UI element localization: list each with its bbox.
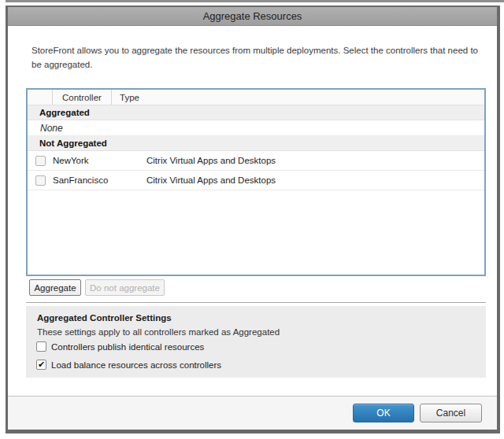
settings-title: Aggregated Controller Settings: [37, 313, 172, 323]
group-row-aggregated: Aggregated: [28, 105, 484, 120]
table-header-checkbox-column: [28, 90, 53, 105]
controllers-table: Controller Type Aggregated None Not Aggr…: [26, 88, 486, 276]
identical-resources-option[interactable]: Controllers publish identical resources: [36, 341, 204, 352]
table-header-row: Controller Type: [28, 90, 484, 105]
controller-type: Citrix Virtual Apps and Desktops: [129, 175, 484, 185]
group-row-not-aggregated: Not Aggregated: [28, 136, 484, 151]
newyork-checkbox[interactable]: [35, 156, 46, 166]
dialog-titlebar: Aggregate Resources: [8, 7, 497, 26]
aggregate-resources-dialog: Aggregate Resources StoreFront allows yo…: [6, 6, 500, 433]
dialog-title: Aggregate Resources: [203, 10, 302, 22]
screenshot: Aggregate Resources StoreFront allows yo…: [0, 0, 504, 439]
screenshot-top-edge: [6, 0, 504, 2]
table-header-controller[interactable]: Controller: [53, 90, 112, 105]
group-label-not-aggregated: Not Aggregated: [39, 138, 107, 148]
load-balance-checkbox[interactable]: [36, 360, 46, 370]
cancel-button[interactable]: Cancel: [420, 404, 482, 422]
identical-resources-checkbox[interactable]: [36, 341, 46, 352]
controller-name: NewYork: [53, 156, 129, 165]
aggregate-button[interactable]: Aggregate: [29, 279, 81, 296]
identical-resources-label: Controllers publish identical resources: [51, 342, 204, 352]
settings-subtitle: These settings apply to all controllers …: [37, 327, 280, 337]
sanfrancisco-checkbox[interactable]: [35, 175, 46, 186]
table-row-newyork[interactable]: NewYork Citrix Virtual Apps and Desktops: [28, 151, 484, 171]
aggregated-empty-row: None: [28, 120, 484, 136]
load-balance-label: Load balance resources across controller…: [51, 360, 221, 370]
aggregated-controller-settings-panel: Aggregated Controller Settings These set…: [26, 306, 486, 378]
controller-type: Citrix Virtual Apps and Desktops: [129, 156, 484, 165]
aggregated-empty-label: None: [40, 123, 63, 134]
controller-name: SanFrancisco: [53, 175, 129, 185]
table-header-type[interactable]: Type: [112, 90, 484, 105]
table-row-sanfrancisco[interactable]: SanFrancisco Citrix Virtual Apps and Des…: [28, 171, 484, 190]
dialog-description: StoreFront allows you to aggregate the r…: [32, 44, 487, 72]
dialog-footer: OK Cancel: [8, 396, 497, 430]
load-balance-option[interactable]: Load balance resources across controller…: [36, 360, 221, 370]
group-label-aggregated: Aggregated: [39, 108, 90, 117]
ok-button[interactable]: OK: [353, 404, 414, 422]
section-divider: [26, 302, 486, 303]
do-not-aggregate-button: Do not aggregate: [85, 279, 165, 296]
